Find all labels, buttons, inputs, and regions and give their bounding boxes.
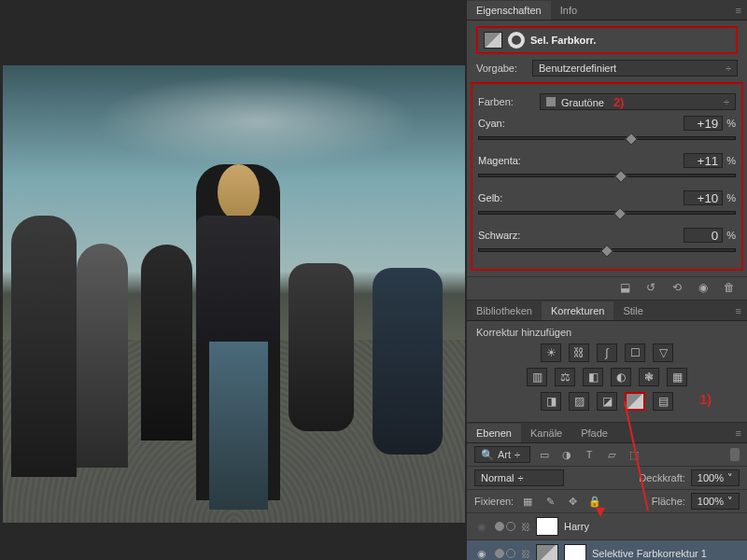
clip-to-layer-icon[interactable]: ⬓ [616, 281, 633, 294]
document-image [3, 65, 465, 523]
colors-select[interactable]: Grautöne2) ÷ [540, 93, 736, 110]
annotation-arrow-head [596, 508, 605, 517]
add-adjustment-label: Korrektur hinzufügen [476, 327, 738, 338]
layer-name: Harry [564, 521, 740, 532]
search-icon: 🔍 [481, 449, 494, 461]
canvas-area[interactable] [0, 0, 467, 560]
adjustment-header: Sel. Farbkorr. [476, 26, 738, 54]
preset-select[interactable]: Benutzerdefiniert÷ [532, 60, 738, 77]
fx-icon[interactable] [506, 522, 515, 531]
tab-adjustments[interactable]: Korrekturen [542, 301, 613, 320]
brightness-contrast-icon[interactable]: ☀ [541, 343, 561, 362]
visibility-toggle-icon[interactable]: ◉ [474, 521, 489, 533]
properties-panel: Eigenschaften Info ≡ Sel. Farbkorr. Vorg… [467, 0, 747, 301]
curves-icon[interactable]: ∫ [597, 343, 617, 362]
tab-properties[interactable]: Eigenschaften [467, 1, 551, 20]
fx-icon[interactable] [495, 549, 504, 558]
lock-pixels-icon[interactable]: ✎ [542, 494, 558, 509]
slider-thumb[interactable] [614, 170, 627, 183]
yellow-input[interactable] [684, 190, 723, 205]
chevron-down-icon: ÷ [726, 63, 731, 74]
cyan-slider[interactable] [478, 136, 736, 140]
opacity-select[interactable]: 100%˅ [691, 469, 740, 486]
photo-filter-icon[interactable]: ◐ [611, 368, 631, 386]
tab-info[interactable]: Info [551, 1, 586, 20]
tab-styles[interactable]: Stile [613, 301, 652, 320]
visibility-toggle-icon[interactable]: ◉ [474, 548, 489, 560]
slider-yellow: Gelb: % [478, 190, 736, 215]
preset-label: Vorgabe: [476, 63, 527, 74]
black-white-icon[interactable]: ◧ [583, 368, 603, 386]
layer-filter-kind[interactable]: 🔍 Art ÷ [474, 446, 530, 463]
levels-icon[interactable]: ⛓ [569, 343, 589, 362]
black-slider[interactable] [478, 248, 736, 252]
fill-select[interactable]: 100%˅ [691, 493, 740, 510]
adjustments-panel: Bibliotheken Korrekturen Stile ≡ Korrekt… [467, 301, 747, 423]
colors-label: Farben: [478, 96, 534, 107]
panel-menu-icon[interactable]: ≡ [730, 427, 747, 439]
tab-channels[interactable]: Kanäle [521, 424, 571, 442]
layer-name: Selektive Farbkorrektur 1 [592, 548, 740, 559]
right-panels: Eigenschaften Info ≡ Sel. Farbkorr. Vorg… [467, 0, 747, 560]
invert-icon[interactable]: ◨ [541, 392, 561, 411]
selective-color-icon [484, 32, 502, 49]
link-icon[interactable]: ⛓ [521, 549, 530, 559]
filter-shape-icon[interactable]: ▱ [603, 447, 620, 462]
panel-menu-icon[interactable]: ≡ [730, 5, 747, 16]
panel-menu-icon[interactable]: ≡ [730, 305, 747, 316]
slider-cyan: Cyan: % [478, 116, 736, 140]
annotation-1: 1) [700, 392, 712, 407]
view-previous-icon[interactable]: ↺ [642, 281, 659, 294]
layer-item[interactable]: ◉ ⛓ Selektive Farbkorrektur 1 [467, 539, 747, 560]
adjustment-thumb[interactable] [536, 544, 558, 560]
channel-mixer-icon[interactable]: ❃ [639, 368, 659, 386]
slider-thumb[interactable] [625, 133, 638, 146]
lock-position-icon[interactable]: ✥ [564, 494, 581, 509]
gradient-map-icon[interactable]: ▤ [653, 392, 673, 411]
annotation-2: 2) [613, 95, 625, 109]
layer-mask-thumb[interactable] [536, 517, 558, 536]
filter-adjustment-icon[interactable]: ◑ [558, 447, 575, 462]
lock-all-icon[interactable]: 🔒 [586, 494, 603, 509]
blend-mode-select[interactable]: Normal÷ [474, 469, 564, 486]
filter-text-icon[interactable]: T [581, 447, 598, 462]
slider-black: Schwarz: % [478, 228, 736, 252]
filter-toggle[interactable] [730, 448, 740, 461]
posterize-icon[interactable]: ▨ [569, 392, 589, 411]
layer-mask-thumb[interactable] [564, 544, 586, 560]
lock-transparency-icon[interactable]: ▦ [519, 494, 536, 509]
tab-libraries[interactable]: Bibliotheken [467, 301, 542, 320]
adjustment-title: Sel. Farbkorr. [530, 35, 596, 46]
exposure-icon[interactable]: ☐ [625, 343, 645, 362]
tab-layers[interactable]: Ebenen [467, 424, 521, 442]
color-balance-icon[interactable]: ⚖ [555, 368, 575, 386]
magenta-slider[interactable] [478, 174, 736, 177]
tab-paths[interactable]: Pfade [571, 424, 617, 442]
lock-label: Fixieren: [474, 496, 514, 507]
mask-icon[interactable] [508, 32, 525, 49]
slider-thumb[interactable] [600, 245, 613, 258]
layers-panel: Ebenen Kanäle Pfade ≡ 🔍 Art ÷ ▭ ◑ T ▱ ⬚ [467, 423, 747, 560]
slider-thumb[interactable] [613, 207, 627, 220]
hue-sat-icon[interactable]: ▥ [527, 368, 547, 386]
reset-icon[interactable]: ⟲ [669, 281, 685, 294]
yellow-slider[interactable] [478, 211, 736, 215]
visibility-icon[interactable]: ◉ [695, 281, 712, 294]
magenta-input[interactable] [684, 153, 723, 168]
opacity-label: Deckkraft: [639, 472, 685, 483]
link-icon[interactable]: ⛓ [521, 522, 530, 532]
filter-pixel-icon[interactable]: ▭ [536, 447, 553, 462]
chevron-down-icon: ÷ [724, 96, 729, 107]
black-input[interactable] [684, 228, 723, 243]
delete-icon[interactable]: 🗑 [721, 281, 738, 294]
highlighted-controls: Farben: Grautöne2) ÷ Cyan: % [471, 82, 743, 271]
fill-label: Fläche: [652, 496, 685, 507]
threshold-icon[interactable]: ◪ [597, 392, 617, 411]
fx-icon[interactable] [495, 522, 504, 531]
layer-item[interactable]: ◉ ⛓ Harry [467, 512, 747, 539]
cyan-input[interactable] [684, 116, 723, 131]
selective-color-adj-icon[interactable] [625, 392, 645, 411]
fx-icon[interactable] [506, 549, 515, 558]
vibrance-icon[interactable]: ▽ [653, 343, 673, 362]
color-lookup-icon[interactable]: ▦ [667, 368, 687, 386]
